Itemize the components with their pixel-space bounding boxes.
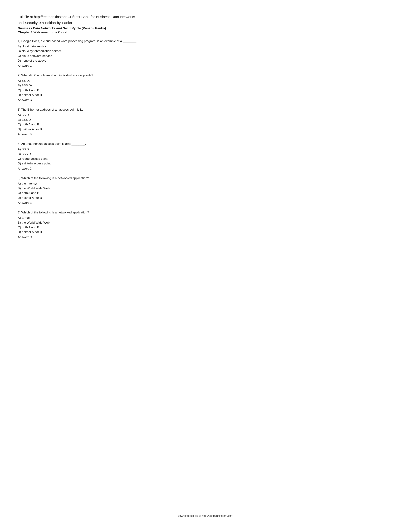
option-3-c: C) both A and B: [18, 122, 393, 127]
option-3-a: A) SSID: [18, 113, 393, 117]
question-text-5: 5) Which of the following is a networked…: [18, 176, 393, 180]
page-footer: download full file at http://testbankins…: [0, 514, 411, 517]
option-2-c: C) both A and B: [18, 88, 393, 93]
option-2-b: B) BSSIDs: [18, 83, 393, 88]
question-text-2: 2) What did Claire learn about individua…: [18, 73, 393, 77]
option-2-a: A) SSIDs: [18, 78, 393, 83]
question-block-4: 4) An unauthorized access point is a(n) …: [18, 141, 393, 171]
option-3-d: D) neither A nor B: [18, 127, 393, 132]
option-6-a: A) E-mail: [18, 215, 393, 220]
header-url-line1: Full file at http://testbankinstant.CH/T…: [18, 15, 393, 19]
option-4-d: D) evil twin access point: [18, 161, 393, 166]
option-4-c: C) rogue access point: [18, 156, 393, 161]
option-2-d: D) neither A nor B: [18, 93, 393, 97]
option-5-d: D) neither A nor B: [18, 195, 393, 200]
question-block-6: 6) Which of the following is a networked…: [18, 210, 393, 239]
option-5-a: A) the Internet: [18, 181, 393, 186]
chapter-title: Chapter 1 Welcome to the Cloud: [18, 30, 393, 34]
answer-3: Answer: B: [18, 132, 393, 137]
book-title: Business Data Networks and Security, 9e …: [18, 27, 393, 30]
option-1-b: B) cloud synchronization service: [18, 49, 393, 53]
option-4-b: B) BSSID: [18, 152, 393, 156]
option-6-d: D) neither A nor B: [18, 229, 393, 234]
option-1-d: D) none of the above: [18, 58, 393, 63]
question-text-1: 1) Google Docs, a cloud-based word proce…: [18, 39, 393, 43]
question-text-3: 3) The Ethernet address of an access poi…: [18, 107, 393, 112]
option-4-a: A) SSID: [18, 147, 393, 152]
question-text-4: 4) An unauthorized access point is a(n) …: [18, 141, 393, 146]
question-text-6: 6) Which of the following is a networked…: [18, 210, 393, 215]
question-block-2: 2) What did Claire learn about individua…: [18, 73, 393, 102]
option-6-b: B) the World Wide Web: [18, 220, 393, 225]
book-title-authors: (Panko / Panko): [81, 27, 106, 30]
answer-5: Answer: B: [18, 200, 393, 205]
answer-6: Answer: C: [18, 235, 393, 239]
option-1-a: A) cloud data service: [18, 44, 393, 49]
header-url-line2: and-Security-9th-Edition-by-Panko-: [18, 20, 393, 26]
answer-4: Answer: C: [18, 166, 393, 171]
answer-1: Answer: C: [18, 63, 393, 68]
option-5-b: B) the World Wide Web: [18, 186, 393, 190]
answer-2: Answer: C: [18, 97, 393, 102]
book-title-italic: Business Data Networks and Security, 9e: [18, 27, 81, 30]
option-1-c: C) cloud software service: [18, 54, 393, 58]
option-3-b: B) BSSID: [18, 117, 393, 122]
question-block-5: 5) Which of the following is a networked…: [18, 176, 393, 205]
option-6-c: C) both A and B: [18, 225, 393, 229]
question-block-1: 1) Google Docs, a cloud-based word proce…: [18, 39, 393, 68]
option-5-c: C) both A and B: [18, 190, 393, 195]
question-block-3: 3) The Ethernet address of an access poi…: [18, 107, 393, 137]
